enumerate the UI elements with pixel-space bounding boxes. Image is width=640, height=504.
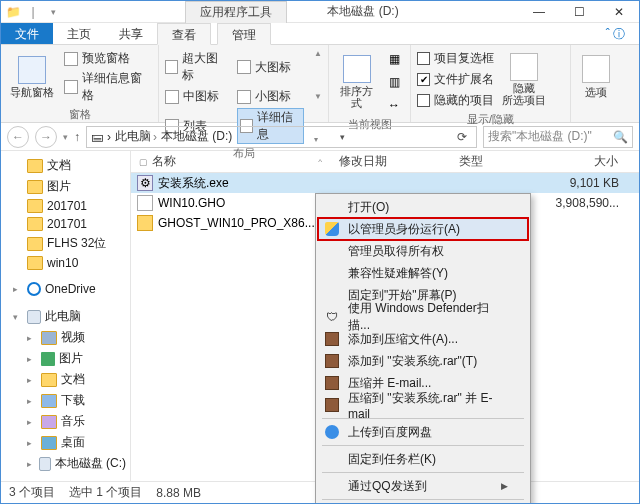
tree-item-downloads[interactable]: ▸下载 xyxy=(1,390,130,411)
item-checkboxes-toggle[interactable]: 项目复选框 xyxy=(417,49,494,68)
tree-item-onedrive[interactable]: ▸OneDrive xyxy=(1,280,130,298)
menu-baidu-upload[interactable]: 上传到百度网盘 xyxy=(318,421,528,443)
options-button[interactable]: 选项 xyxy=(577,49,615,106)
ribbon: 导航窗格 预览窗格 详细信息窗格 窗格 超大图标 大图标 中图标 小图标 列表 … xyxy=(1,45,639,123)
tree-item-thispc[interactable]: ▾此电脑 xyxy=(1,306,130,327)
pictures-icon xyxy=(41,352,55,366)
tree-item-documents[interactable]: ▸文档 xyxy=(1,369,130,390)
menu-add-archive[interactable]: 添加到压缩文件(A)... xyxy=(318,328,528,350)
menu-add-rar[interactable]: 添加到 "安装系统.rar"(T) xyxy=(318,350,528,372)
search-input[interactable]: 搜索"本地磁盘 (D:)" 🔍 xyxy=(483,126,633,148)
tab-share[interactable]: 共享 xyxy=(105,23,157,44)
layout-l-icons[interactable]: 大图标 xyxy=(237,49,305,85)
layout-xl-icons[interactable]: 超大图标 xyxy=(165,49,227,85)
preview-pane-button[interactable]: 预览窗格 xyxy=(64,49,152,68)
file-row[interactable]: ⚙安装系统.exe 9,101 KB xyxy=(131,173,639,193)
qat-dropdown-icon[interactable]: ▾ xyxy=(45,4,61,20)
search-placeholder: 搜索"本地磁盘 (D:)" xyxy=(488,128,613,145)
tab-file[interactable]: 文件 xyxy=(1,23,53,44)
menu-open[interactable]: 打开(O) xyxy=(318,196,528,218)
hide-selected-button[interactable]: 隐藏 所选项目 xyxy=(500,49,548,110)
maximize-button[interactable]: ☐ xyxy=(559,1,599,23)
cloud-icon xyxy=(325,425,339,439)
forward-button[interactable]: → xyxy=(35,126,57,148)
menu-qq-send[interactable]: 通过QQ发送到▶ xyxy=(318,475,528,497)
menu-separator xyxy=(322,472,524,473)
hidden-items-toggle[interactable]: 隐藏的项目 xyxy=(417,91,494,110)
menu-pin-taskbar[interactable]: 固定到任务栏(K) xyxy=(318,448,528,470)
chevron-right-icon: › xyxy=(107,130,111,144)
layout-scroll-up-icon[interactable]: ▲ xyxy=(314,49,322,58)
address-bar[interactable]: 🖴 › 此电脑› 本地磁盘 (D:) ▾ ⟳ xyxy=(86,126,477,148)
tab-home[interactable]: 主页 xyxy=(53,23,105,44)
group-showhide-label: 显示/隐藏 xyxy=(417,110,564,127)
col-size[interactable]: 大小 xyxy=(541,153,639,170)
options-icon xyxy=(582,55,610,83)
tree-item-drive-c[interactable]: ▸本地磁盘 (C:) xyxy=(1,453,130,474)
menu-take-ownership[interactable]: 管理员取得所有权 xyxy=(318,240,528,262)
menu-defender-scan[interactable]: 🛡使用 Windows Defender扫描... xyxy=(318,306,528,328)
menu-separator xyxy=(322,499,524,500)
layout-s-icons[interactable]: 小图标 xyxy=(237,87,305,106)
title-bar: 📁 | ▾ 应用程序工具 本地磁盘 (D:) — ☐ ✕ xyxy=(1,1,639,23)
navigation-pane-icon xyxy=(18,56,46,84)
tree-item-folder[interactable]: 201701 xyxy=(1,215,130,233)
tree-item-music[interactable]: ▸音乐 xyxy=(1,411,130,432)
qat-divider: | xyxy=(25,4,41,20)
col-date[interactable]: 修改日期 xyxy=(331,153,451,170)
address-dropdown-icon[interactable]: ▾ xyxy=(332,127,352,147)
tree-item-folder[interactable]: 201701 xyxy=(1,197,130,215)
tree-item-pictures[interactable]: 图片 xyxy=(1,176,130,197)
recent-dropdown-icon[interactable]: ▾ xyxy=(63,132,68,142)
file-extensions-toggle[interactable]: 文件扩展名 xyxy=(417,70,494,89)
details-pane-button[interactable]: 详细信息窗格 xyxy=(64,69,152,105)
tree-item-pictures[interactable]: ▸图片 xyxy=(1,348,130,369)
tree-item-folder[interactable]: FLHS 32位 xyxy=(1,233,130,254)
quick-access-toolbar: 📁 | ▾ xyxy=(1,4,65,20)
col-name[interactable]: ▢名称^ xyxy=(131,153,331,170)
search-icon: 🔍 xyxy=(613,130,628,144)
tree-item-videos[interactable]: ▸视频 xyxy=(1,327,130,348)
group-by-button[interactable]: ▦ xyxy=(384,49,404,69)
tab-view[interactable]: 查看 xyxy=(157,23,211,45)
submenu-arrow-icon: ▶ xyxy=(501,481,508,491)
navigation-tree[interactable]: 文档 图片 201701 201701 FLHS 32位 win10 ▸OneD… xyxy=(1,151,131,481)
tree-item-documents[interactable]: 文档 xyxy=(1,155,130,176)
defender-icon: 🛡 xyxy=(324,309,340,325)
breadcrumb: 此电脑› xyxy=(115,128,157,145)
shield-icon xyxy=(325,222,339,236)
status-size: 8.88 MB xyxy=(156,486,201,500)
folder-icon xyxy=(137,215,153,231)
layout-scroll-down-icon[interactable]: ▼ xyxy=(314,92,322,101)
archive-icon xyxy=(325,398,339,412)
pc-icon xyxy=(27,310,41,324)
tree-item-folder[interactable]: win10 xyxy=(1,254,130,272)
col-type[interactable]: 类型 xyxy=(451,153,541,170)
add-columns-button[interactable]: ▥ xyxy=(384,72,404,92)
menu-run-as-admin[interactable]: 以管理员身份运行(A) xyxy=(318,218,528,240)
back-button[interactable]: ← xyxy=(7,126,29,148)
layout-m-icons[interactable]: 中图标 xyxy=(165,87,227,106)
breadcrumb: 本地磁盘 (D:) xyxy=(161,128,232,145)
menu-compatibility[interactable]: 兼容性疑难解答(Y) xyxy=(318,262,528,284)
tab-manage[interactable]: 管理 xyxy=(217,23,271,45)
window-title: 本地磁盘 (D:) xyxy=(327,1,398,23)
sort-button[interactable]: 排序方式 xyxy=(335,49,378,115)
refresh-button[interactable]: ⟳ xyxy=(452,127,472,147)
folder-icon: 📁 xyxy=(5,4,21,20)
minimize-button[interactable]: — xyxy=(519,1,559,23)
column-headers: ▢名称^ 修改日期 类型 大小 xyxy=(131,151,639,173)
navigation-pane-button[interactable]: 导航窗格 xyxy=(7,49,58,105)
close-button[interactable]: ✕ xyxy=(599,1,639,23)
ribbon-help-icon[interactable]: ˆ ⓘ xyxy=(592,23,639,44)
size-columns-button[interactable]: ↔ xyxy=(384,95,404,115)
menu-separator xyxy=(322,445,524,446)
sort-icon xyxy=(343,55,371,83)
tree-item-desktop[interactable]: ▸桌面 xyxy=(1,432,130,453)
drive-icon: 🖴 xyxy=(91,130,103,144)
status-item-count: 3 个项目 xyxy=(9,484,55,501)
context-menu: 打开(O) 以管理员身份运行(A) 管理员取得所有权 兼容性疑难解答(Y) 固定… xyxy=(315,193,531,504)
menu-compress-rar-email[interactable]: 压缩到 "安装系统.rar" 并 E-mail xyxy=(318,394,528,416)
onedrive-icon xyxy=(27,282,41,296)
up-button[interactable]: ↑ xyxy=(74,130,80,144)
